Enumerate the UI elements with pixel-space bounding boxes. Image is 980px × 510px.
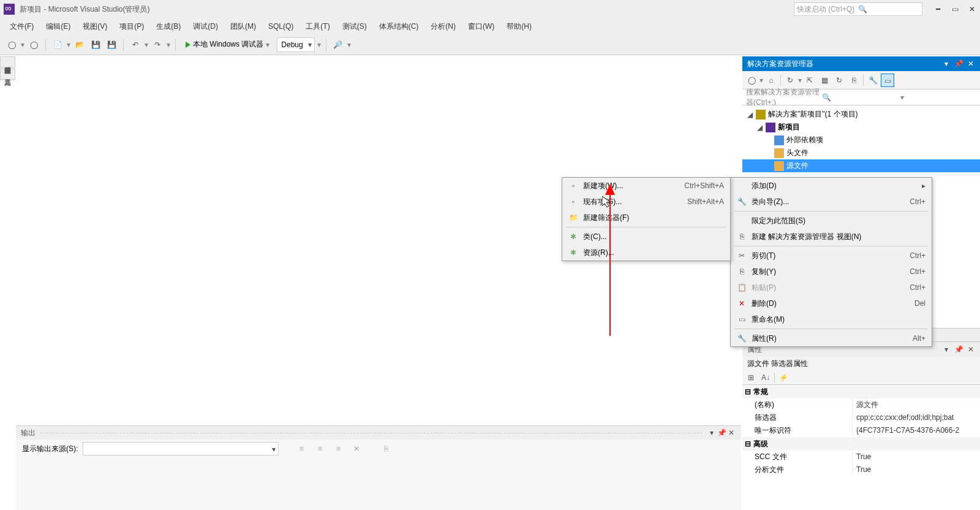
menu-project[interactable]: 项目(P) <box>113 18 150 34</box>
tree-source-files[interactable]: 源文件 <box>742 159 980 172</box>
se-dropdown-button[interactable]: ▾ <box>942 59 951 68</box>
prop-ev-button[interactable]: ⚡ <box>777 371 790 384</box>
output-btn-2[interactable]: ≡ <box>313 442 326 455</box>
left-dock: 服务器资源管理器 工具箱 <box>0 56 15 81</box>
output-source-dropdown[interactable] <box>83 442 279 455</box>
save-all-button[interactable]: 💾 <box>105 38 118 51</box>
prop-az-button[interactable]: A↓ <box>760 371 772 384</box>
ctx-resource[interactable]: ✱资源(R)... <box>562 245 730 261</box>
tree-headers[interactable]: 头文件 <box>742 147 980 159</box>
config-dropdown[interactable]: Debug <box>277 37 314 52</box>
prop-dropdown-button[interactable]: ▾ <box>942 345 951 354</box>
new-project-button[interactable]: 📄 <box>51 38 64 51</box>
ctx-class-wizard[interactable]: 🔧类向导(Z)...Ctrl+ <box>731 194 932 210</box>
prop-close-button[interactable]: ✕ <box>967 345 975 354</box>
prop-cat-general[interactable]: ⊟常规 <box>742 385 980 398</box>
cut-icon: ✂ <box>734 251 749 260</box>
redo-button[interactable]: ↷ <box>151 38 164 51</box>
start-debug-label: 本地 Windows 调试器 <box>193 39 263 50</box>
prop-cat-advanced[interactable]: ⊟高级 <box>742 437 980 451</box>
solution-icon <box>756 110 766 120</box>
se-tb-copy[interactable]: ⎘ <box>847 74 861 87</box>
tree-project[interactable]: ◢ 新项目 <box>742 121 980 134</box>
output-btn-5[interactable]: ⎘ <box>379 442 393 455</box>
quick-launch-input[interactable]: 快速启动 (Ctrl+Q) 🔍 <box>794 2 922 16</box>
se-pin-button[interactable]: 📌 <box>954 59 963 68</box>
ctx-copy[interactable]: ⎘复制(Y)Ctrl+ <box>731 264 932 280</box>
ctx-cut[interactable]: ✂剪切(T)Ctrl+ <box>731 248 932 264</box>
nav-back-button[interactable]: ◯ <box>5 38 18 51</box>
class-icon: ✱ <box>566 232 581 241</box>
ctx-paste: 📋粘贴(P)Ctrl+ <box>731 280 932 295</box>
quick-launch-placeholder: 快速启动 (Ctrl+Q) <box>797 4 858 15</box>
se-tb-preview[interactable]: ▭ <box>881 74 894 87</box>
props-icon: 🔧 <box>734 334 749 343</box>
menu-tools[interactable]: 工具(T) <box>300 18 336 34</box>
ctx-properties[interactable]: 🔧属性(R)Alt+ <box>731 330 932 346</box>
delete-icon: ✕ <box>734 299 749 308</box>
window-buttons: ━ ▭ ✕ <box>933 5 976 13</box>
close-button[interactable]: ✕ <box>968 5 976 13</box>
properties-subtitle: 源文件 筛选器属性 <box>742 357 980 370</box>
search-icon: 🔍 <box>822 93 898 102</box>
dock-tab-server-explorer[interactable]: 服务器资源管理器 <box>0 56 15 67</box>
ctx-new-filter[interactable]: 📁新建筛选器(F) <box>562 210 730 226</box>
menu-help[interactable]: 帮助(H) <box>500 18 538 34</box>
output-dropdown-button[interactable]: ▾ <box>707 428 717 437</box>
se-tb-back[interactable]: ◯ <box>745 74 758 87</box>
se-tb-props[interactable]: 🔧 <box>866 74 880 87</box>
main-toolbar: ◯ ▾ ◯ 📄 ▾ 📂 💾 💾 ↶ ▾ ↷ ▾ 本地 Windows 调试器 ▾… <box>0 34 980 55</box>
nav-fwd-button[interactable]: ◯ <box>27 38 40 51</box>
save-button[interactable]: 💾 <box>89 38 102 51</box>
prop-pin-button[interactable]: 📌 <box>954 345 963 354</box>
menu-debug[interactable]: 调试(D) <box>187 18 224 34</box>
ctx-add[interactable]: 添加(D)▸ <box>731 178 932 194</box>
find-button[interactable]: 🔎 <box>331 38 345 51</box>
filter-icon: 📁 <box>566 213 581 222</box>
se-search-input[interactable]: 搜索解决方案资源管理器(Ctrl+;) 🔍 ▾ <box>742 89 980 105</box>
output-btn-1[interactable]: ≡ <box>295 442 308 455</box>
menu-view[interactable]: 视图(V) <box>77 18 113 34</box>
play-icon <box>186 42 190 48</box>
output-pin-button[interactable]: 📌 <box>717 428 726 437</box>
menu-analyze[interactable]: 分析(N) <box>424 18 462 34</box>
ctx-existing-item[interactable]: ▫现有项(G)...Shift+Alt+A <box>562 194 730 210</box>
menu-window[interactable]: 窗口(W) <box>462 18 500 34</box>
menu-edit[interactable]: 编辑(E) <box>40 18 77 34</box>
minimize-button[interactable]: ━ <box>933 5 942 13</box>
menu-team[interactable]: 团队(M) <box>224 18 262 34</box>
se-tb-collapse[interactable]: ⇱ <box>803 74 816 87</box>
ctx-new-item[interactable]: ▫新建项(W)...Ctrl+Shift+A <box>562 178 730 194</box>
properties-toolbar: ⊞ A↓ ⚡ <box>742 370 980 385</box>
ctx-newview[interactable]: ⎘新建 解决方案资源管理器 视图(N) <box>731 229 932 245</box>
new-item-icon: ▫ <box>566 181 581 190</box>
maximize-button[interactable]: ▭ <box>951 5 959 13</box>
dock-tab-toolbox[interactable]: 工具箱 <box>0 69 15 80</box>
menu-arch[interactable]: 体系结构(C) <box>373 18 425 34</box>
se-tb-home[interactable]: ⌂ <box>764 74 778 87</box>
ctx-delete[interactable]: ✕删除(D)Del <box>731 295 932 311</box>
menu-file[interactable]: 文件(F) <box>4 18 40 34</box>
prop-cat-button[interactable]: ⊞ <box>745 371 757 384</box>
ctx-scope[interactable]: 限定为此范围(S) <box>731 213 932 229</box>
output-close-button[interactable]: ✕ <box>726 428 736 437</box>
se-tb-refresh[interactable]: ↻ <box>832 74 846 87</box>
tree-solution[interactable]: ◢ 解决方案"新项目"(1 个项目) <box>742 108 980 121</box>
open-button[interactable]: 📂 <box>73 38 86 51</box>
undo-button[interactable]: ↶ <box>129 38 142 51</box>
menu-sql[interactable]: SQL(Q) <box>262 18 300 34</box>
se-close-button[interactable]: ✕ <box>967 59 975 68</box>
ctx-class[interactable]: ✱类(C)... <box>562 229 730 245</box>
tree-ext-deps[interactable]: 外部依赖项 <box>742 134 980 147</box>
paste-icon: 📋 <box>734 283 749 292</box>
menu-test[interactable]: 测试(S) <box>336 18 373 34</box>
output-btn-4[interactable]: ✕ <box>350 442 363 455</box>
se-tb-showall[interactable]: ▦ <box>818 74 831 87</box>
menu-build[interactable]: 生成(B) <box>150 18 187 34</box>
ctx-rename[interactable]: ▭重命名(M) <box>731 311 932 327</box>
title-bar: 新项目 - Microsoft Visual Studio(管理员) 快速启动 … <box>0 0 980 18</box>
start-debug-button[interactable]: 本地 Windows 调试器 ▾ <box>181 37 274 53</box>
output-btn-3[interactable]: ≡ <box>331 442 345 455</box>
rename-icon: ▭ <box>734 315 749 324</box>
se-tb-sync[interactable]: ↻ <box>783 74 797 87</box>
